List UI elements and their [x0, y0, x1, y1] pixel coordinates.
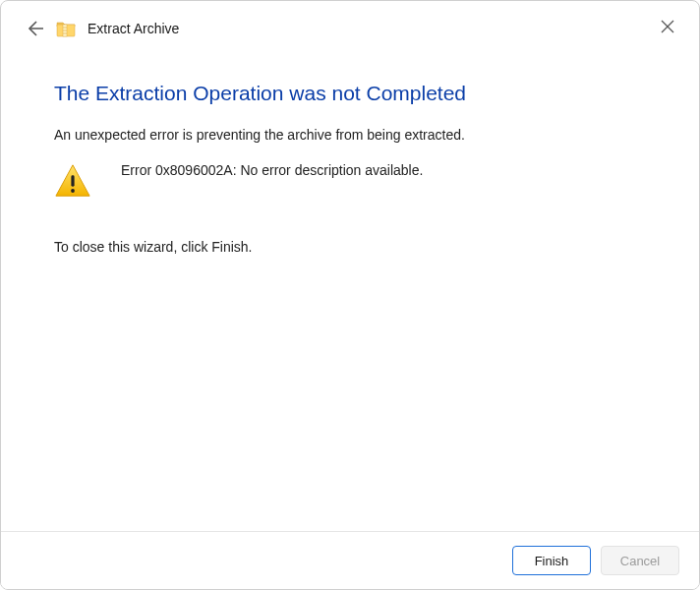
svg-point-8	[71, 189, 75, 193]
svg-rect-7	[71, 175, 74, 186]
warning-icon	[54, 162, 91, 200]
zip-folder-icon	[56, 20, 76, 37]
error-summary: An unexpected error is preventing the ar…	[54, 127, 646, 143]
titlebar: Extract Archive	[1, 1, 699, 56]
back-button[interactable]	[25, 19, 44, 38]
arrow-left-icon	[26, 20, 43, 37]
page-heading: The Extraction Operation was not Complet…	[54, 82, 646, 105]
error-detail-row: Error 0x8096002A: No error description a…	[54, 160, 646, 200]
finish-button[interactable]: Finish	[512, 546, 591, 575]
close-instruction: To close this wizard, click Finish.	[54, 239, 646, 255]
cancel-button: Cancel	[601, 546, 679, 575]
footer: Finish Cancel	[1, 531, 699, 589]
error-message: Error 0x8096002A: No error description a…	[121, 160, 423, 178]
close-button[interactable]	[652, 11, 683, 42]
window-title: Extract Archive	[88, 21, 179, 36]
extract-archive-wizard: Extract Archive The Extraction Operation…	[0, 0, 700, 590]
close-icon	[661, 20, 674, 33]
content-area: The Extraction Operation was not Complet…	[1, 56, 699, 255]
